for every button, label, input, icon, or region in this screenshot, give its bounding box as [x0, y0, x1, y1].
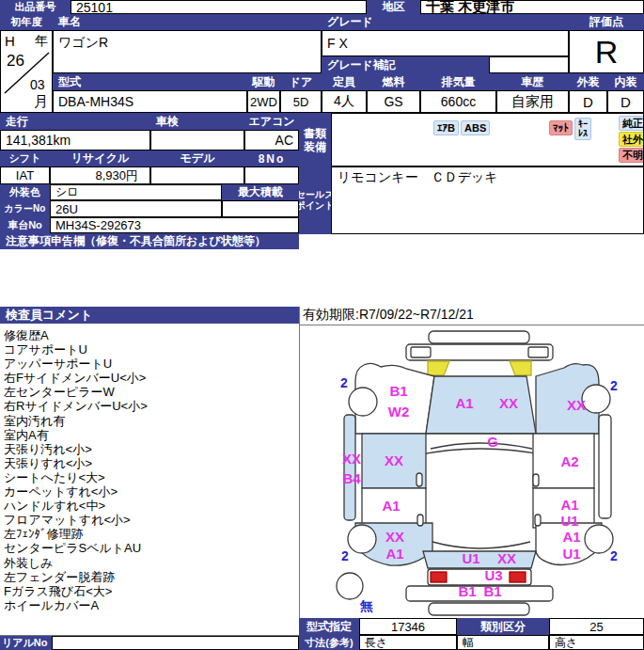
score-label: 評価点 [569, 14, 644, 30]
aftermarket-badge: 社外 [619, 132, 644, 147]
drive-label: 駆動 [247, 73, 280, 90]
model-code-value: DBA-MH34S [53, 90, 247, 113]
damage-marker: B4 [342, 471, 360, 485]
damage-marker: U1 [462, 551, 479, 565]
capacity-value: 4人 [322, 90, 367, 113]
comment-line: 右FサイドメンバーU<小> [4, 371, 297, 385]
doors-label: ドア [280, 73, 322, 90]
shift-value: IAT [0, 166, 50, 184]
damage-marker: B1 [483, 584, 501, 598]
comment-line: 室内汚れ有 [4, 414, 297, 428]
damage-marker: A1 [560, 498, 578, 512]
mat-badge: ﾏｯﾄ [549, 120, 573, 135]
inspector-header: 検査員コメント [0, 307, 299, 324]
height-label: 高さ [549, 635, 644, 650]
damage-marker: 2 [610, 379, 618, 392]
damage-marker: XX [342, 452, 361, 466]
abs-badge: ABS [461, 120, 490, 135]
inspection-label: 車検 [150, 113, 244, 130]
score-value: R [569, 30, 644, 73]
fuel-value: GS [367, 90, 420, 113]
aircon-label: エアコン [244, 113, 299, 130]
displacement-label: 排気量 [420, 73, 496, 90]
comment-line: 修復歴A [4, 328, 297, 342]
comment-line: 左センターピラーW [4, 385, 297, 399]
body-color-label: 外装色 [0, 184, 50, 200]
width-label: 幅 [457, 635, 549, 650]
damage-marker: A1 [455, 396, 473, 410]
comment-line: 室内A有 [4, 428, 297, 442]
model-code-label: 型式 [53, 73, 247, 90]
length-label: 長さ [359, 635, 457, 650]
damage-marker: 2 [340, 376, 348, 389]
notice-label: 注意事項申告欄（修復・不具合箇所および状態等） [0, 233, 299, 249]
first-reg-cell: H 年 26 03 月 [0, 30, 53, 113]
category-value: 25 [549, 618, 644, 635]
comment-line: 天張り汚れ<小> [4, 442, 297, 456]
color-no-value: 26U [50, 200, 222, 217]
docs-label-line2: 装備 [304, 140, 326, 153]
capacity-label: 定員 [322, 73, 367, 90]
eight-no-label: 8No [244, 151, 299, 166]
recycle-label: リサイクル [50, 151, 150, 166]
mileage-label: 走行 [0, 113, 150, 130]
damage-marker: XX [499, 396, 518, 410]
airbag-badge: ｴｱB [433, 120, 459, 135]
inspector-comments-list: 修復歴AコアサポートUアッパーサポートU右FサイドメンバーU<小>左センターピラ… [4, 328, 297, 613]
unknown-badge: 不明 [619, 148, 644, 163]
drive-value: 2WD [247, 90, 280, 113]
model-value [150, 166, 244, 184]
doors-value: 5D [280, 90, 322, 113]
eight-no-value [244, 166, 299, 184]
damage-marker: XX [497, 551, 516, 565]
vertical-divider [299, 307, 300, 635]
grade-note-label: グレード補記 [322, 56, 489, 73]
comment-line: シートへたり<大> [4, 470, 297, 484]
comment-line: 左フェンダー脱着跡 [4, 570, 297, 584]
keyless-line2: ﾚｽ [578, 128, 588, 138]
displacement-value: 660cc [420, 90, 496, 113]
grade-label: グレード [322, 14, 569, 30]
validity-period: 有効期限:R7/09/22~R7/12/21 [303, 307, 641, 324]
recycle-value: 8,930円 [50, 166, 150, 184]
comment-line: 天張りすれ<小> [4, 456, 297, 470]
damage-marker: 2 [610, 549, 618, 563]
damage-marker: U1 [562, 547, 580, 561]
damage-marker: XX [385, 530, 404, 544]
sales-point-label: セールス ポイント [299, 166, 331, 234]
max-load-label: 最大積載 [222, 184, 299, 200]
damage-marker: 2 [341, 549, 349, 563]
auction-sheet: 出品番号 25101 地区 千葉 木更津市 初年度 車名 グレード 評価点 H … [0, 0, 644, 650]
interior-grade-value: D [607, 90, 644, 113]
category-label: 類別区分 [457, 618, 549, 635]
comment-line: コアサポートU [4, 342, 297, 357]
exterior-grade-value: D [569, 90, 607, 113]
damage-marker: W2 [388, 404, 410, 419]
model-label: モデル [150, 151, 244, 166]
comment-line: センターピラSベルトAU [4, 541, 297, 555]
type-approval-label: 型式指定 [299, 618, 359, 635]
comment-line: アッパーサポートU [4, 357, 297, 371]
comment-line: 左ﾌｪﾝﾀﾞ修理跡 [4, 527, 297, 541]
damage-markers-layer: B1W2A1XXXXGXXB4XXA2A1A1U1XXA1A1U1U1XXU3B… [301, 325, 644, 618]
auction-no-value: 25101 [71, 0, 367, 14]
damage-marker: U1 [560, 514, 578, 528]
damage-marker: 無 [360, 599, 373, 612]
type-approval-value: 17346 [359, 618, 457, 635]
comment-line: 右RサイドメンバーU<小> [4, 399, 297, 413]
first-reg-label: 初年度 [0, 14, 53, 30]
comment-line: Fガラス飛び石<大> [4, 584, 297, 598]
history-value: 自家用 [496, 90, 569, 113]
max-load-value [222, 200, 299, 217]
damage-marker: B1 [389, 384, 407, 398]
serial-no-label: リアルNo [0, 636, 52, 650]
grade-value: FX [322, 30, 569, 56]
comment-line: フロアマットすれ<小> [4, 513, 297, 527]
sales-point-text: リモコンキー ＣＤデッキ [331, 166, 644, 234]
district-value: 千葉 木更津市 [420, 0, 644, 14]
exterior-label: 外装 [569, 73, 607, 90]
comment-line: ハンドルすれ<中> [4, 499, 297, 513]
damage-marker: XX [385, 453, 403, 468]
car-name-label: 車名 [53, 14, 322, 30]
damage-marker: A1 [382, 499, 400, 513]
